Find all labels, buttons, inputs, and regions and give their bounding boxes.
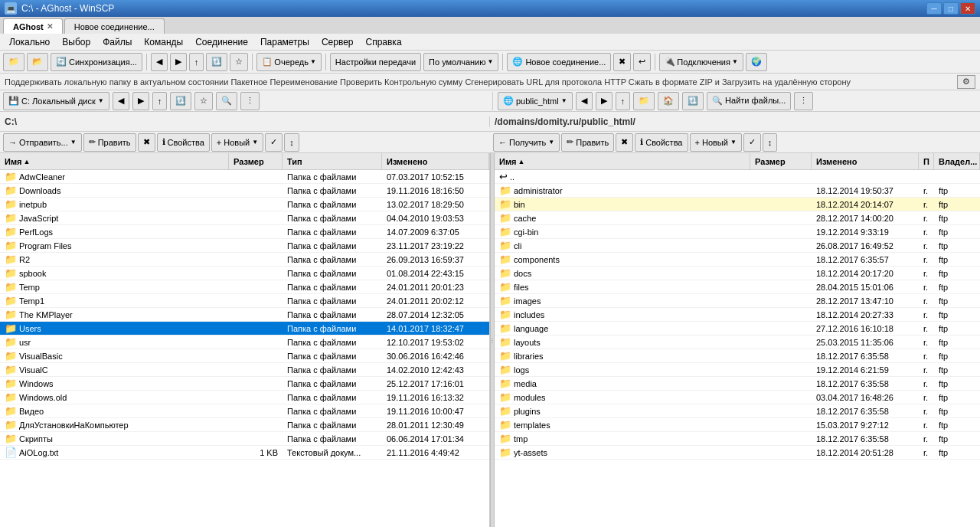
left-select-all[interactable]: ✓ xyxy=(265,133,283,152)
left-file-row[interactable]: 📁 R2 Папка с файлами 26.09.2013 16:59:37 xyxy=(0,253,489,267)
sync-button[interactable]: 🔄 Синхронизация... xyxy=(51,53,142,71)
right-create-dir[interactable]: 📁 xyxy=(633,92,655,110)
right-file-row[interactable]: 📁 cache 28.12.2017 14:00:20 r. ftp xyxy=(495,211,980,225)
right-refresh[interactable]: 🔃 xyxy=(682,92,704,110)
left-more[interactable]: ⋮ xyxy=(240,92,260,110)
left-refresh[interactable]: 🔃 xyxy=(170,92,191,110)
right-file-row[interactable]: ↩ .. xyxy=(495,170,980,184)
right-more[interactable]: ⋮ xyxy=(794,92,813,110)
left-file-row[interactable]: 📁 VisualC Папка с файлами 14.02.2010 12:… xyxy=(0,363,489,377)
left-file-row[interactable]: 📁 AdwCleaner Папка с файлами 07.03.2017 … xyxy=(0,170,489,184)
right-nav-forward[interactable]: ▶ xyxy=(596,92,612,110)
right-file-row[interactable]: 📁 media 18.12.2017 6:35:58 r. ftp xyxy=(495,377,980,391)
right-edit-button[interactable]: ✏ Править xyxy=(561,133,614,152)
right-deselect[interactable]: ↕ xyxy=(763,133,778,152)
left-col-modified[interactable]: Изменено xyxy=(382,153,489,169)
right-file-row[interactable]: 📁 files 28.04.2015 15:01:06 r. ftp xyxy=(495,280,980,294)
right-col-size[interactable]: Размер xyxy=(750,153,812,169)
left-file-row[interactable]: 📁 The KMPlayer Папка с файлами 28.07.201… xyxy=(0,308,489,322)
refresh-button[interactable]: 🔃 xyxy=(206,53,227,71)
left-file-row[interactable]: 📁 usr Папка с файлами 12.10.2017 19:53:0… xyxy=(0,336,489,349)
close-button[interactable]: ✕ xyxy=(960,2,975,15)
default-button[interactable]: По умолчанию ▼ xyxy=(423,53,498,71)
right-file-row[interactable]: 📁 tmp 18.12.2017 6:35:58 r. ftp xyxy=(495,432,980,446)
get-button[interactable]: ← Получить ▼ xyxy=(493,133,560,152)
left-delete-button[interactable]: ✖ xyxy=(138,133,155,152)
right-file-row[interactable]: 📁 language 27.12.2016 16:10:18 r. ftp xyxy=(495,322,980,336)
minimize-button[interactable]: ─ xyxy=(926,2,942,15)
left-file-row[interactable]: 📁 Downloads Папка с файлами 19.11.2016 1… xyxy=(0,184,489,198)
menu-params[interactable]: Параметры xyxy=(254,35,315,49)
menu-commands[interactable]: Команды xyxy=(138,35,189,49)
right-nav-back[interactable]: ◀ xyxy=(576,92,593,110)
left-bookmark[interactable]: ☆ xyxy=(194,92,213,110)
menu-select[interactable]: Выбор xyxy=(56,35,96,49)
right-col-modified[interactable]: Изменено xyxy=(812,153,919,169)
open-remote-button[interactable]: 📂 xyxy=(27,53,48,71)
left-deselect[interactable]: ↕ xyxy=(284,133,299,152)
open-local-button[interactable]: 📁 xyxy=(3,53,24,71)
left-file-list[interactable]: 📁 AdwCleaner Папка с файлами 07.03.2017 … xyxy=(0,170,489,527)
left-file-row[interactable]: 📄 AiOLog.txt 1 KB Текстовый докум... 21.… xyxy=(0,446,489,460)
left-file-row[interactable]: 📁 Windows.old Папка с файлами 19.11.2016… xyxy=(0,391,489,404)
menu-local[interactable]: Локально xyxy=(3,35,56,49)
local-drive-dropdown[interactable]: 💾 С: Локальный диск ▼ xyxy=(3,92,109,110)
menu-help[interactable]: Справка xyxy=(359,35,407,49)
left-file-row[interactable]: 📁 ДляУстановкиНаКомпьютер Папка с файлам… xyxy=(0,418,489,432)
left-file-row[interactable]: 📁 Temp1 Папка с файлами 24.01.2011 20:02… xyxy=(0,294,489,308)
right-file-row[interactable]: 📁 cgi-bin 19.12.2014 9:33:19 r. ftp xyxy=(495,225,980,239)
right-file-row[interactable]: 📁 components 18.12.2017 6:35:57 r. ftp xyxy=(495,253,980,267)
left-file-row[interactable]: 📁 Видео Папка с файлами 19.11.2016 10:00… xyxy=(0,404,489,418)
left-file-row[interactable]: 📁 Temp Папка с файлами 24.01.2011 20:01:… xyxy=(0,280,489,294)
right-file-row[interactable]: 📁 templates 15.03.2017 9:27:12 r. ftp xyxy=(495,418,980,432)
left-edit-button[interactable]: ✏ Править xyxy=(83,133,136,152)
right-file-row[interactable]: 📁 images 28.12.2017 13:47:10 r. ftp xyxy=(495,294,980,308)
right-select-all[interactable]: ✓ xyxy=(743,133,761,152)
right-file-row[interactable]: 📁 plugins 18.12.2017 6:35:58 r. ftp xyxy=(495,404,980,418)
queue-button[interactable]: 📋 Очередь ▼ xyxy=(256,53,321,71)
tab-close-icon[interactable]: ✕ xyxy=(47,22,53,31)
globe-button[interactable]: 🌍 xyxy=(746,53,767,71)
settings-icon[interactable]: ⚙ xyxy=(957,75,975,89)
left-nav-up[interactable]: ↑ xyxy=(152,92,168,110)
left-col-name[interactable]: Имя ▲ xyxy=(0,153,229,169)
right-col-name[interactable]: Имя ▲ xyxy=(495,153,750,169)
menu-files[interactable]: Файлы xyxy=(96,35,138,49)
left-file-row[interactable]: 📁 Users Папка с файлами 14.01.2017 18:32… xyxy=(0,322,489,336)
menu-connection[interactable]: Соединение xyxy=(189,35,254,49)
remote-path-dropdown[interactable]: 🌐 public_html ▼ xyxy=(498,92,573,110)
left-file-row[interactable]: 📁 Windows Папка с файлами 25.12.2017 17:… xyxy=(0,377,489,391)
disconnect-button[interactable]: ✖ xyxy=(613,53,631,71)
left-col-type[interactable]: Тип xyxy=(283,153,382,169)
right-props-button[interactable]: ℹ Свойства xyxy=(635,133,688,152)
right-new-button[interactable]: + Новый ▼ xyxy=(690,133,742,152)
left-file-row[interactable]: 📁 spbook Папка с файлами 01.08.2014 22:4… xyxy=(0,267,489,280)
right-file-row[interactable]: 📁 docs 18.12.2014 20:17:20 r. ftp xyxy=(495,267,980,280)
send-button[interactable]: → Отправить... ▼ xyxy=(3,133,82,152)
tab-new-connection[interactable]: Новое соединение... xyxy=(64,18,165,34)
left-nav-back[interactable]: ◀ xyxy=(113,92,129,110)
right-col-p[interactable]: П xyxy=(919,153,934,169)
right-file-row[interactable]: 📁 libraries 18.12.2017 6:35:58 r. ftp xyxy=(495,349,980,363)
reconnect-button[interactable]: ↩ xyxy=(633,53,651,71)
right-file-row[interactable]: 📁 includes 18.12.2014 20:27:33 r. ftp xyxy=(495,308,980,322)
maximize-button[interactable]: □ xyxy=(943,2,959,15)
right-file-row[interactable]: 📁 administrator 18.12.2014 19:50:37 r. f… xyxy=(495,184,980,198)
right-file-row[interactable]: 📁 cli 26.08.2017 16:49:52 r. ftp xyxy=(495,239,980,253)
nav-back-button[interactable]: ◀ xyxy=(151,53,168,71)
left-file-row[interactable]: 📁 VisualBasic Папка с файлами 30.06.2016… xyxy=(0,349,489,363)
right-find[interactable]: 🔍 Найти файлы... xyxy=(707,92,791,110)
right-file-row[interactable]: 📁 modules 03.04.2017 16:48:26 r. ftp xyxy=(495,391,980,404)
right-delete-button[interactable]: ✖ xyxy=(616,133,633,152)
left-new-button[interactable]: + Новый ▼ xyxy=(211,133,263,152)
nav-forward-button[interactable]: ▶ xyxy=(170,53,187,71)
nav-up-button[interactable]: ↑ xyxy=(189,53,204,71)
right-nav-up[interactable]: ↑ xyxy=(616,92,631,110)
left-file-row[interactable]: 📁 PerfLogs Папка с файлами 14.07.2009 6:… xyxy=(0,225,489,239)
transfer-settings-button[interactable]: Настройки передачи xyxy=(330,53,421,71)
right-file-row[interactable]: 📁 yt-assets 18.12.2014 20:51:28 r. ftp xyxy=(495,446,980,460)
left-find[interactable]: 🔍 xyxy=(216,92,237,110)
right-file-row[interactable]: 📁 logs 19.12.2014 6:21:59 r. ftp xyxy=(495,363,980,377)
connections-button[interactable]: 🔌 Подключения ▼ xyxy=(659,53,743,71)
right-file-row[interactable]: 📁 bin 18.12.2014 20:14:07 r. ftp xyxy=(495,198,980,211)
